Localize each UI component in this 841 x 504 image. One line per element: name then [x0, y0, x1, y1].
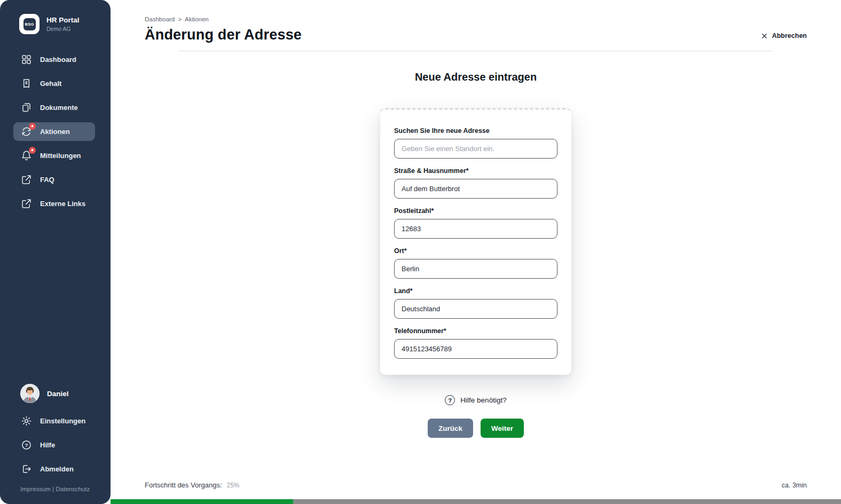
field-postal-code: Postleitzahl* [394, 207, 557, 239]
sidebar-item-label: Aktionen [40, 127, 70, 137]
postal-code-input[interactable] [394, 219, 557, 239]
sidebar-item-label: Dokumente [40, 103, 78, 113]
bsg-logo-text: BSG [23, 18, 36, 30]
form-heading: Neue Adresse eintragen [111, 71, 841, 83]
field-label: Straße & Hausnummer* [394, 167, 557, 175]
sidebar-item-faq[interactable]: FAQ [13, 170, 95, 189]
sidebar-item-einstellungen[interactable]: Einstellungen [13, 412, 95, 430]
phone-input[interactable] [394, 339, 557, 359]
documents-copy-icon [21, 102, 32, 113]
page-title: Änderung der Adresse [145, 27, 807, 43]
bsg-logo: BSG [19, 14, 40, 34]
process-footer: Fortschritt des Vorgangs:25% ca. 3min [145, 480, 807, 490]
field-address-search: Suchen Sie Ihre neue Adresse [394, 127, 557, 159]
app-name: HR Portal [46, 16, 80, 25]
sidebar-item-externe-links[interactable]: Externe Links [13, 194, 95, 213]
sidebar-item-label: Externe Links [40, 199, 85, 209]
sidebar-item-label: Dashboard [40, 55, 76, 65]
header-divider [179, 51, 773, 51]
svg-text:?: ? [25, 442, 28, 448]
external-link-icon [21, 174, 32, 185]
sidebar-item-dashboard[interactable]: Dashboard [13, 50, 95, 69]
avatar [20, 384, 40, 403]
question-circle-icon: ? [445, 395, 455, 405]
payslip-euro-icon: € [21, 78, 32, 89]
sidebar-item-label: FAQ [40, 175, 54, 185]
address-form-card: Suchen Sie Ihre neue Adresse Straße & Ha… [380, 108, 571, 375]
svg-text:€: € [25, 80, 28, 85]
progress-text: Fortschritt des Vorgangs:25% [145, 480, 240, 490]
help-link[interactable]: ? Hilfe benötigt? [111, 395, 841, 405]
next-button[interactable]: Weiter [481, 419, 524, 438]
progress-value: 25% [227, 482, 240, 489]
street-input[interactable] [394, 179, 557, 199]
sidebar-item-label: Einstellungen [40, 416, 85, 426]
cancel-button-label: Abbrechen [772, 32, 807, 40]
bell-icon [21, 150, 32, 161]
hr-portal-app: BSG HR Portal Demo AG Dashboard [0, 0, 841, 504]
sidebar-bottom-nav: Einstellungen ? Hilfe [0, 412, 111, 478]
breadcrumb: Dashboard > Aktionen [145, 16, 807, 22]
sidebar-nav: Dashboard € Gehalt Doku [0, 50, 111, 218]
sidebar-item-hilfe[interactable]: ? Hilfe [13, 436, 95, 454]
question-circle-icon: ? [21, 439, 32, 451]
field-street: Straße & Hausnummer* [394, 167, 557, 199]
field-city: Ort* [394, 247, 557, 279]
address-search-input[interactable] [394, 139, 557, 159]
main-content: Dashboard > Aktionen Änderung der Adress… [111, 0, 841, 504]
sidebar-item-gehalt[interactable]: € Gehalt [13, 74, 95, 93]
sync-arrows-icon [21, 126, 32, 137]
legal-links[interactable]: Impressum | Datenschutz [0, 484, 111, 504]
logout-icon [21, 463, 32, 475]
sidebar-item-label: Gehalt [40, 79, 61, 89]
notification-badge [29, 123, 36, 130]
sidebar-item-label: Mitteilungen [40, 151, 81, 161]
progress-bar-track [111, 499, 841, 504]
close-icon [761, 33, 768, 40]
company-name: Demo AG [46, 26, 80, 32]
field-label: Telefonnummer* [394, 327, 557, 335]
sidebar-item-label: Abmelden [40, 464, 74, 474]
breadcrumb-aktionen[interactable]: Aktionen [185, 16, 209, 22]
sidebar-item-label: Hilfe [40, 440, 55, 450]
estimated-time: ca. 3min [782, 482, 807, 489]
sidebar-item-dokumente[interactable]: Dokumente [13, 98, 95, 117]
breadcrumb-separator: > [178, 16, 182, 22]
dashboard-grid-icon [21, 54, 32, 65]
wizard-buttons: Zurück Weiter [111, 419, 841, 438]
user-profile[interactable]: Daniel [0, 384, 111, 403]
external-link-icon [21, 198, 32, 209]
sidebar-item-aktionen[interactable]: Aktionen [13, 122, 95, 141]
progress-bar-fill [111, 499, 293, 504]
user-name: Daniel [47, 390, 69, 398]
field-phone: Telefonnummer* [394, 327, 557, 359]
field-label: Ort* [394, 247, 557, 255]
gear-icon [21, 415, 32, 427]
back-button[interactable]: Zurück [428, 419, 473, 438]
page-header: Dashboard > Aktionen Änderung der Adress… [111, 0, 841, 51]
field-label: Suchen Sie Ihre neue Adresse [394, 127, 557, 135]
breadcrumb-dashboard[interactable]: Dashboard [145, 16, 175, 22]
sidebar-item-abmelden[interactable]: Abmelden [13, 460, 95, 478]
cancel-button[interactable]: Abbrechen [761, 32, 807, 40]
progress-label: Fortschritt des Vorgangs: [145, 481, 222, 489]
app-logo-row: BSG HR Portal Demo AG [19, 14, 101, 34]
sidebar-bottom: Daniel Einstellungen [0, 384, 111, 504]
field-country: Land* [394, 287, 557, 319]
help-label: Hilfe benötigt? [460, 396, 506, 404]
sidebar: BSG HR Portal Demo AG Dashboard [0, 0, 111, 504]
field-label: Postleitzahl* [394, 207, 557, 215]
city-input[interactable] [394, 259, 557, 279]
notification-badge [29, 147, 36, 154]
field-label: Land* [394, 287, 557, 295]
sidebar-item-mitteilungen[interactable]: Mitteilungen [13, 146, 95, 165]
country-input[interactable] [394, 299, 557, 319]
